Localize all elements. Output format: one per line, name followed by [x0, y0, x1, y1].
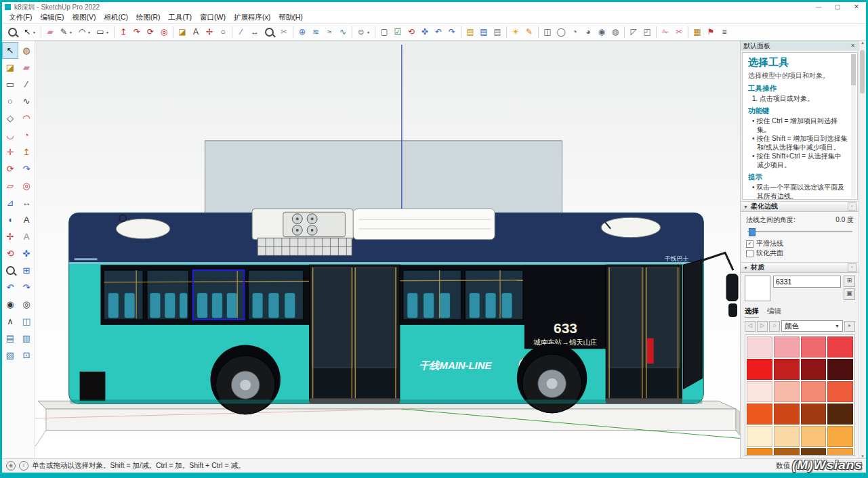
style-sample-icon[interactable]: ✂: [672, 25, 686, 39]
next-view-tool[interactable]: ↷: [18, 279, 35, 296]
scale-tool[interactable]: ▱: [2, 177, 18, 194]
rotate-tool-icon[interactable]: ⟳: [144, 25, 157, 39]
dropdown-caret-icon[interactable]: ▾: [70, 30, 75, 35]
back-arrow-icon[interactable]: ◁: [745, 321, 756, 332]
checkbox-row[interactable]: ✓平滑法线: [746, 239, 854, 248]
select-tool[interactable]: ↖: [2, 42, 18, 59]
extension-warehouse-icon[interactable]: ▤: [477, 25, 491, 39]
menu-item[interactable]: 工具(T): [165, 13, 196, 22]
color-swatch[interactable]: [747, 426, 772, 447]
pan-tool[interactable]: ✜: [18, 245, 35, 262]
color-swatch[interactable]: [801, 336, 827, 357]
text-tool-icon[interactable]: A: [189, 25, 203, 39]
eraser-tool[interactable]: ▰: [18, 59, 35, 76]
menu-item[interactable]: 视图(V): [68, 13, 100, 22]
set-default-material-button[interactable]: ▣: [844, 288, 855, 300]
zoom-tool-icon[interactable]: [262, 25, 277, 39]
ground-front-face[interactable]: [46, 409, 736, 431]
color-swatch[interactable]: [827, 336, 853, 357]
pan-tool-icon[interactable]: ✜: [418, 25, 432, 39]
walk-tool[interactable]: ∧: [2, 313, 18, 330]
previous-view-tool[interactable]: ↶: [2, 279, 18, 296]
bus-route-panel[interactable]: [524, 265, 606, 349]
bus-rear-hatch[interactable]: [80, 372, 106, 401]
pushpull-tool-icon[interactable]: ↥: [117, 25, 130, 39]
rotate-tool[interactable]: ⟳: [2, 160, 18, 177]
title-bar[interactable]: k8深圳 - SketchUp Pro 2022 — ▢ ✕: [2, 2, 866, 12]
tape-measure-tool[interactable]: ⊿: [2, 194, 18, 211]
orbit-tool-icon[interactable]: ⟲: [405, 25, 418, 39]
menu-item[interactable]: 文件(F): [5, 13, 36, 22]
color-swatch[interactable]: [774, 404, 800, 425]
color-swatch[interactable]: [747, 381, 772, 402]
trimble-connect-icon[interactable]: ▤: [491, 25, 504, 39]
home-icon[interactable]: ⌂: [769, 321, 780, 332]
create-material-button[interactable]: ⊞: [844, 276, 855, 287]
section-display-toggle[interactable]: ▤: [2, 330, 18, 347]
search-sketchup-icon[interactable]: [5, 25, 20, 39]
color-swatch[interactable]: [827, 426, 853, 447]
tray-scrollbar[interactable]: ▲ ▼: [859, 41, 866, 458]
model-viewport[interactable]: 干线巴士 干线MAIN-LINE 633 城南车站→锦天山庄: [35, 41, 740, 458]
paint-bucket-tool-icon[interactable]: ◪: [175, 25, 189, 39]
soften-options-button[interactable]: ▫: [848, 202, 856, 211]
credits-info-icon[interactable]: i: [19, 461, 28, 471]
iso-view-icon[interactable]: ◸: [627, 25, 640, 39]
materials-options-button[interactable]: ▫: [848, 263, 856, 271]
textured-style-icon[interactable]: ◉: [595, 25, 608, 39]
two-point-arc-tool[interactable]: ◡: [2, 127, 18, 144]
eraser-tool-icon[interactable]: ▰: [43, 25, 57, 39]
paint-bucket-tool[interactable]: ◪: [2, 59, 18, 76]
rectangle-tool[interactable]: ▭: [2, 76, 18, 93]
position-camera-tool[interactable]: ◉: [2, 296, 18, 313]
color-swatch[interactable]: [801, 448, 827, 456]
bus-front-door[interactable]: [606, 265, 682, 401]
polygon-tool[interactable]: ◇: [2, 110, 18, 127]
freehand-tool[interactable]: ∿: [18, 93, 35, 110]
tray-close-icon[interactable]: ✕: [849, 43, 856, 49]
color-swatch[interactable]: [774, 426, 800, 447]
forward-arrow-icon[interactable]: ▷: [757, 321, 768, 332]
zoom-tool[interactable]: [2, 262, 18, 279]
menu-item[interactable]: 绘图(R): [132, 13, 165, 22]
minimize-button[interactable]: —: [809, 2, 828, 12]
dropdown-caret-icon[interactable]: ▾: [106, 30, 111, 35]
line-tool[interactable]: ∕: [18, 76, 35, 93]
color-swatch[interactable]: [774, 448, 800, 456]
3d-warehouse-icon[interactable]: ▤: [463, 25, 477, 39]
color-swatch[interactable]: [827, 404, 853, 425]
monochrome-style-icon[interactable]: ◍: [608, 25, 622, 39]
next-view-icon[interactable]: ↷: [445, 25, 459, 39]
scroll-up-icon[interactable]: ▲: [861, 41, 865, 45]
walkthrough-icon[interactable]: ☺▾: [354, 25, 373, 39]
materials-header[interactable]: ▼ 材质 ▫: [741, 262, 859, 273]
check-model-icon[interactable]: ☑: [391, 25, 405, 39]
zoom-extents-tool[interactable]: ⊞: [18, 262, 35, 279]
orbit-tool[interactable]: ⟲: [2, 245, 18, 262]
bus-model[interactable]: 干线巴士 干线MAIN-LINE 633 城南车站→锦天山庄: [69, 209, 738, 414]
color-swatch[interactable]: [747, 359, 772, 380]
side-mirror[interactable]: [701, 253, 738, 317]
color-swatch[interactable]: [801, 359, 827, 380]
angle-slider[interactable]: [747, 228, 852, 235]
soften-edges-header[interactable]: ▼ 柔化边线 ▫: [741, 201, 859, 212]
followme-tool-icon[interactable]: ↷: [130, 25, 144, 39]
bus-windshield[interactable]: [683, 259, 702, 389]
section-plane-tool[interactable]: ◫: [18, 313, 35, 330]
dimension-tool-icon[interactable]: ↔: [248, 25, 262, 39]
xray-style-icon[interactable]: ◫: [541, 25, 554, 39]
geolocation-status-icon[interactable]: ◈: [6, 461, 16, 471]
line-tool-icon[interactable]: ✎▾: [57, 25, 75, 39]
top-view-icon[interactable]: ◰: [640, 25, 654, 39]
collapse-caret-icon[interactable]: ▼: [743, 265, 748, 270]
menu-item[interactable]: 编辑(E): [36, 13, 68, 22]
axes-tool[interactable]: ✢: [2, 228, 18, 245]
material-thumbnail[interactable]: [745, 276, 770, 301]
make-component-tool[interactable]: ◍: [18, 42, 35, 59]
slider-thumb[interactable]: [749, 228, 756, 236]
hiddenline-style-icon[interactable]: ◔: [568, 25, 581, 39]
bus-middle-door[interactable]: [310, 265, 400, 401]
color-swatch[interactable]: [827, 381, 853, 402]
styles-edit-icon[interactable]: ✎: [522, 25, 536, 39]
component-icon[interactable]: ▢: [377, 25, 391, 39]
